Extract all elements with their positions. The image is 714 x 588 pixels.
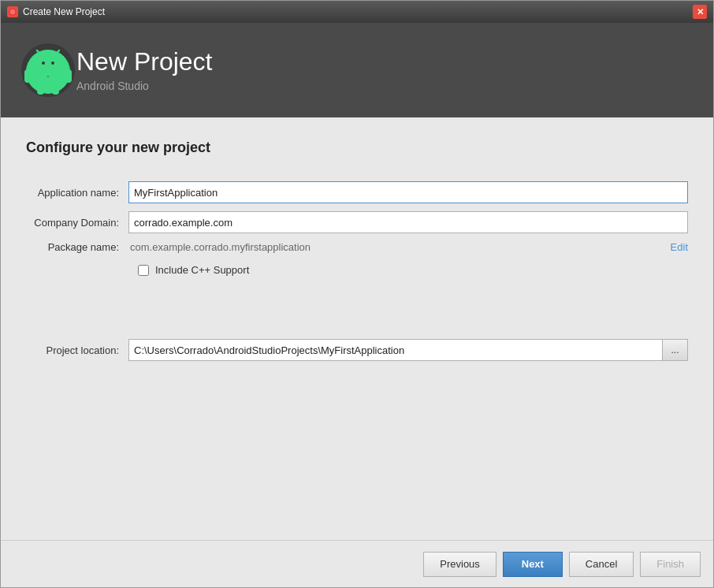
app-name-label: Application name: — [26, 187, 128, 199]
project-location-row: Project location: ... — [26, 339, 688, 361]
finish-button[interactable]: Finish — [640, 552, 701, 577]
company-domain-label: Company Domain: — [26, 217, 128, 229]
next-button[interactable]: Next — [503, 552, 563, 577]
previous-button[interactable]: Previous — [423, 552, 496, 577]
svg-point-6 — [51, 61, 54, 65]
app-name-input[interactable] — [128, 181, 688, 203]
browse-button[interactable]: ... — [663, 339, 688, 361]
svg-rect-12 — [52, 84, 59, 95]
title-bar: Create New Project ✕ — [1, 1, 713, 23]
footer: Previous Next Cancel Finish — [1, 540, 713, 587]
window-title: Create New Project — [23, 6, 105, 17]
project-location-input[interactable] — [128, 339, 663, 361]
section-title: Configure your new project — [26, 140, 688, 156]
android-logo-icon — [20, 42, 76, 99]
title-bar-text: Create New Project — [7, 6, 105, 17]
svg-point-13 — [47, 76, 50, 78]
project-location-label: Project location: — [26, 344, 128, 356]
svg-point-5 — [42, 61, 45, 65]
svg-point-0 — [9, 9, 16, 15]
edit-package-link[interactable]: Edit — [671, 241, 688, 253]
header-title: New Project — [76, 48, 213, 76]
header-panel: New Project Android Studio — [1, 23, 713, 117]
package-name-row: Package name: com.example.corrado.myfirs… — [26, 241, 688, 253]
header-subtitle: Android Studio — [76, 80, 213, 92]
package-name-value: com.example.corrado.myfirstapplication — [128, 241, 664, 253]
title-bar-icon — [7, 6, 18, 17]
main-window: Create New Project ✕ — [0, 0, 714, 588]
cpp-support-row: Include C++ Support — [138, 264, 688, 276]
app-name-row: Application name: — [26, 181, 688, 203]
svg-rect-11 — [37, 84, 44, 95]
svg-rect-9 — [24, 69, 32, 83]
svg-rect-10 — [65, 69, 72, 83]
svg-point-4 — [35, 54, 61, 74]
header-text: New Project Android Studio — [76, 48, 213, 91]
cancel-button[interactable]: Cancel — [569, 552, 634, 577]
package-name-label: Package name: — [26, 241, 128, 253]
form-area: Configure your new project Application n… — [26, 140, 688, 361]
company-domain-row: Company Domain: — [26, 211, 688, 233]
close-button[interactable]: ✕ — [693, 5, 707, 19]
cpp-support-checkbox[interactable] — [138, 265, 149, 276]
main-content: Configure your new project Application n… — [1, 117, 713, 540]
company-domain-input[interactable] — [128, 211, 688, 233]
cpp-support-label[interactable]: Include C++ Support — [155, 264, 249, 276]
